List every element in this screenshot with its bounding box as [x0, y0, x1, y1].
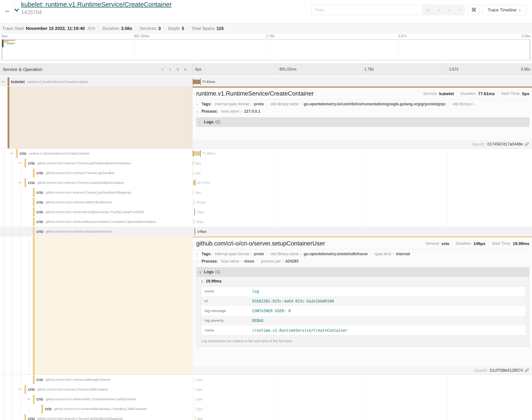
span-row[interactable]: criogithub.com/cri-o/cri-o/internal/fact… [0, 217, 532, 227]
span-name-cell[interactable]: criogithub.com/cri-o/cri-o/internal/lib.… [0, 394, 193, 404]
span-timeline-cell[interactable]: 20.17ms [193, 178, 532, 188]
span-row[interactable]: criogithub.com/cri-o/cri-o/server.addIma… [0, 375, 532, 385]
span-name-cell[interactable]: criogithub.com/cri-o/cri-o/internal/lib/… [0, 404, 193, 414]
tags-accordion[interactable]: › Tags: internal.span.format=protootel.l… [196, 250, 529, 257]
span-timeline-cell[interactable]: 1μs [193, 168, 532, 178]
span-name-cell[interactable]: crioruntime.v1.RuntimeService/CreateCont… [0, 149, 193, 158]
find-input[interactable] [311, 5, 422, 15]
close-icon[interactable]: × [458, 8, 461, 13]
log-timestamp-accordion[interactable]: ∨ 19.99ms [201, 279, 526, 284]
find-controls: ◎ ∧ ∨ × [422, 5, 465, 15]
logs-accordion[interactable]: ∨ Logs (1) [196, 267, 529, 277]
span-duration-label: 77.08ms [202, 149, 215, 158]
span-timeline-cell[interactable]: 0μs [193, 404, 532, 414]
span-timeline-cell[interactable]: 6μs [193, 385, 532, 394]
span-name-cell[interactable]: kubeletruntime.v1.RuntimeService/CreateC… [0, 77, 193, 87]
span-timeline-cell[interactable]: 77.08ms [193, 149, 532, 158]
span-name-cell[interactable]: criogithub.com/cri-o/cri-o/server.(*Serv… [0, 168, 193, 178]
span-timeline-cell[interactable]: 0μs [193, 188, 532, 197]
span-row[interactable]: criogithub.com/cri-o/cri-o/server.addOCI… [0, 197, 532, 207]
process-accordion[interactable]: › Process: host.name=nixosprocess.pid=62… [196, 257, 529, 264]
chevron-down-icon[interactable]: ∨ [448, 8, 451, 13]
log-marker-tick [195, 180, 195, 186]
trace-view-selector[interactable]: Trace Timeline ∨ [482, 5, 526, 15]
span-timeline-cell[interactable]: 8μs [193, 158, 532, 168]
span-name-cell[interactable]: criogithub.com/cri-o/cri-o/internal/conf… [0, 207, 193, 217]
span-row[interactable]: criogithub.com/cri-o/cri-o/internal/lib/… [0, 404, 532, 414]
span-row[interactable]: kubeletruntime.v1.RuntimeService/CreateC… [0, 77, 532, 87]
keyboard-shortcuts-button[interactable]: ⌘ [468, 5, 479, 15]
span-timeline-cell[interactable]: 24μs [193, 207, 532, 217]
log-field-row: log.messageCONTAINER USER: 0 [201, 306, 526, 316]
span-detail-title: github.com/cri-o/cri-o/server.setupConta… [196, 240, 425, 247]
tags-accordion[interactable]: › Tags: internal.span.format=protootel.l… [196, 100, 529, 107]
span-row[interactable]: criogithub.com/cri-o/cri-o/server.(*Serv… [0, 168, 532, 178]
span-name-cell[interactable]: criogithub.com/cri-o/cri-o/server.(*Serv… [0, 158, 193, 168]
expand-one-icon[interactable] [168, 67, 172, 71]
span-row[interactable]: criogithub.com/cri-o/cri-o/internal/lib.… [0, 394, 532, 404]
span-timeline-cell[interactable]: 43μs [193, 217, 532, 227]
chevron-down-icon[interactable] [10, 151, 14, 155]
span-name: criogithub.com/cri-o/cri-o/server.(*Serv… [0, 414, 193, 420]
span-name: criogithub.com/cri-o/cri-o/server.setupC… [0, 227, 193, 236]
chevron-down-icon[interactable] [18, 161, 22, 165]
deep-link-icon[interactable] [525, 368, 529, 373]
span-row[interactable]: criogithub.com/cri-o/cri-o/server.(*Serv… [0, 385, 532, 394]
collapse-all-icon[interactable] [176, 67, 180, 71]
back-button[interactable]: ← [3, 6, 12, 15]
indent-guide [20, 227, 21, 236]
span-name-cell[interactable]: criogithub.com/cri-o/cri-o/internal/fact… [0, 217, 193, 227]
span-row[interactable]: criogithub.com/cri-o/cri-o/server.(*Serv… [0, 158, 532, 168]
chevron-down-icon[interactable] [1, 80, 5, 84]
chevron-down-icon[interactable] [18, 387, 22, 391]
span-duration-label: 24μs [197, 207, 204, 217]
indent-guide [12, 207, 13, 217]
span-row[interactable]: criogithub.com/cri-o/cri-o/server.(*Serv… [0, 414, 532, 420]
span-name-cell[interactable]: criogithub.com/cri-o/cri-o/server.(*Serv… [0, 178, 193, 188]
trace-view-label: Trace Timeline [488, 8, 516, 13]
span-duration-label: 3μs [197, 394, 203, 404]
span-timeline-cell[interactable]: 149μs [193, 227, 532, 236]
span-timeline-cell[interactable]: 0μs [193, 375, 532, 385]
span-color-bar [33, 227, 35, 236]
span-name-cell[interactable]: criogithub.com/cri-o/cri-o/server.(*Serv… [0, 188, 193, 197]
process-accordion[interactable]: › Process: host.name=127.0.0.1 [196, 107, 529, 114]
log-marker-tick [194, 209, 195, 215]
span-row[interactable]: criogithub.com/cri-o/cri-o/server.(*Serv… [0, 178, 532, 188]
logs-accordion[interactable]: › Logs (2) [196, 117, 529, 127]
span-name: criogithub.com/cri-o/cri-o/server.(*Serv… [0, 168, 193, 178]
span-timeline-cell[interactable]: 77.61ms [193, 77, 532, 87]
span-row[interactable]: criogithub.com/cri-o/cri-o/server.(*Serv… [0, 188, 532, 197]
locate-icon[interactable]: ◎ [426, 8, 430, 13]
span-name-cell[interactable]: criogithub.com/cri-o/cri-o/server.setupC… [0, 227, 193, 236]
minimap-drag-handle[interactable] [2, 40, 3, 47]
span-row[interactable]: criogithub.com/cri-o/cri-o/server.setupC… [0, 227, 532, 236]
collapse-one-icon[interactable] [161, 67, 165, 71]
span-name-cell[interactable]: criogithub.com/cri-o/cri-o/server.addOCI… [0, 197, 193, 207]
span-timeline-cell[interactable]: 0μs [193, 414, 532, 420]
chevron-down-icon[interactable] [27, 397, 31, 401]
log-fields-table: eventlogid92b82381-025c-4a64-815c-ba2e1b… [201, 286, 526, 335]
span-timeline-cell[interactable]: 151μs [193, 197, 532, 207]
trace-title-link[interactable]: kubelet: runtime.v1.RuntimeService/Creat… [21, 1, 172, 8]
minimap-viewport-right-edge[interactable] [530, 40, 530, 60]
collapse-trace-chevron-icon[interactable] [14, 8, 19, 14]
span-name-cell[interactable]: criogithub.com/cri-o/cri-o/server.(*Serv… [0, 385, 193, 394]
span-name-cell[interactable]: criogithub.com/cri-o/cri-o/server.(*Serv… [0, 414, 193, 420]
span-bar [193, 80, 200, 84]
log-entry: ∨ 19.99ms eventlogid92b82381-025c-4a64-8… [196, 277, 529, 347]
indent-guide [20, 168, 21, 178]
expand-all-icon[interactable] [183, 67, 187, 71]
minimap-canvas[interactable] [2, 39, 530, 60]
service-name: crio [36, 377, 43, 382]
span-duration-label: 77.61ms [202, 77, 215, 87]
span-name-cell[interactable]: criogithub.com/cri-o/cri-o/server.addIma… [0, 375, 193, 385]
chevron-up-icon[interactable]: ∧ [437, 8, 440, 13]
span-row[interactable]: criogithub.com/cri-o/cri-o/internal/conf… [0, 207, 532, 217]
span-timeline-cell[interactable]: 3μs [193, 394, 532, 404]
deep-link-icon[interactable] [525, 142, 529, 146]
service-name: crio [36, 229, 43, 234]
span-bar [195, 387, 195, 392]
span-row[interactable]: crioruntime.v1.RuntimeService/CreateCont… [0, 149, 532, 158]
chevron-down-icon[interactable] [18, 181, 22, 185]
